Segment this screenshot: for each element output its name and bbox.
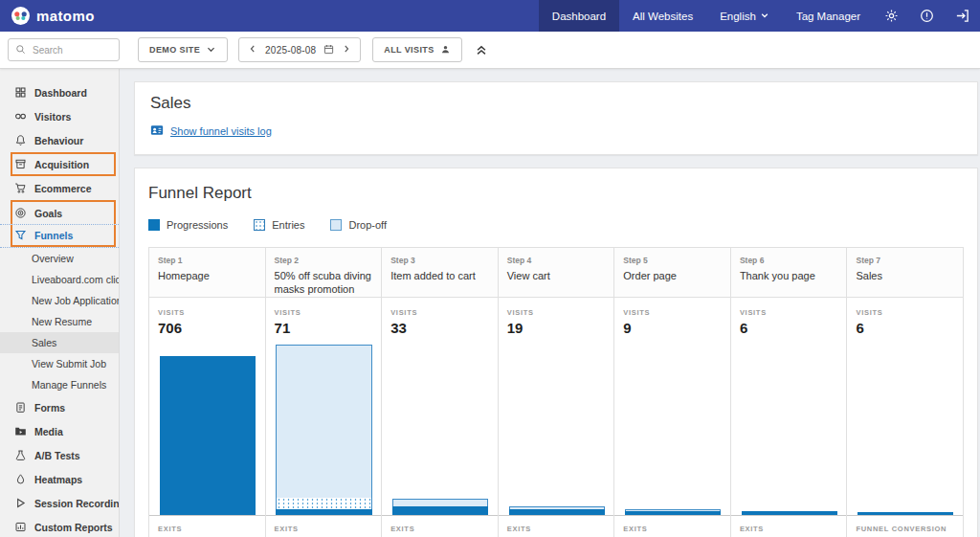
step-visits: VISITS6 (731, 298, 847, 342)
visits-value: 71 (275, 320, 373, 336)
sidebar-item-inner[interactable]: Heatmaps (0, 467, 119, 491)
behaviour-icon (14, 134, 27, 146)
progressions-bar-segment[interactable] (160, 356, 256, 515)
sidebar-item-liveaboard-com-click[interactable]: Liveaboard.com click (0, 269, 119, 290)
topnav-item-tag-manager[interactable]: Tag Manager (783, 0, 874, 32)
progressions-bar-segment[interactable] (858, 512, 953, 515)
sidebar-item-label: New Resume (32, 316, 92, 327)
topnav-item-dashboard[interactable]: Dashboard (539, 0, 619, 32)
search-input[interactable] (31, 44, 107, 56)
page-header-card: Sales Show funnel visits log (134, 81, 978, 155)
sidebar-item-inner[interactable]: Session Recordings (0, 491, 119, 515)
sidebar-item-inner[interactable]: Acquisition (11, 152, 116, 176)
previous-date-icon[interactable] (248, 44, 257, 56)
funnel-bar[interactable] (392, 499, 488, 515)
sidebar-item-inner[interactable]: Manage Funnels (0, 374, 119, 395)
sidebar-item-session-recordings[interactable]: Session Recordings (0, 491, 119, 515)
sidebar-item-label: Forms (34, 402, 65, 414)
funnel-bar-area[interactable] (266, 342, 382, 516)
progressions-bar-segment[interactable] (625, 511, 721, 515)
media-icon (14, 425, 27, 437)
sidebar-item-manage-funnels[interactable]: Manage Funnels (0, 374, 119, 395)
show-funnel-visits-log-link[interactable]: Show funnel visits log (150, 123, 272, 139)
sidebar-item-custom-reports[interactable]: Custom Reports (0, 515, 119, 537)
entries-bar-segment[interactable] (276, 498, 371, 509)
sidebar-item-sales[interactable]: Sales (0, 332, 119, 353)
segment-selector-button[interactable]: ALL VISITS (372, 37, 461, 62)
step-exits: EXITS0(0%) (731, 516, 847, 537)
site-selector-button[interactable]: DEMO SITE (138, 37, 228, 62)
help-icon[interactable] (909, 0, 945, 32)
signout-icon[interactable] (945, 0, 980, 32)
funnel-bar[interactable] (509, 506, 605, 515)
visits-label: VISITS (856, 308, 954, 317)
sidebar-item-media[interactable]: Media (0, 419, 119, 443)
topnav-item-english[interactable]: English (706, 0, 783, 32)
sidebar-item-visitors[interactable]: Visitors (0, 104, 119, 128)
sidebar-item-label: Funnels (34, 230, 73, 241)
sidebar-item-inner[interactable]: New Job Application (0, 290, 119, 311)
sidebar-item-inner[interactable]: Sales (0, 332, 119, 353)
sidebar-item-inner[interactable]: Ecommerce (0, 176, 119, 200)
sidebar-item-inner[interactable]: View Submit Job (0, 353, 119, 374)
funnel-bar[interactable] (742, 511, 837, 515)
sidebar-item-new-job-application[interactable]: New Job Application (0, 290, 119, 311)
sidebar-item-inner[interactable]: Custom Reports (0, 515, 119, 537)
sidebar-item-goals[interactable]: Goals (0, 200, 119, 224)
funnel-bar-area[interactable] (614, 342, 730, 516)
progressions-bar-segment[interactable] (742, 511, 837, 515)
sidebar-item-inner[interactable]: Funnels (11, 225, 116, 247)
sidebar-item-view-submit-job[interactable]: View Submit Job (0, 353, 119, 374)
visits-label: VISITS (275, 308, 373, 317)
sidebar-item-acquisition[interactable]: Acquisition (0, 152, 119, 176)
sidebar-item-heatmaps[interactable]: Heatmaps (0, 467, 119, 491)
funnel-bar[interactable] (276, 345, 371, 515)
search-box[interactable] (8, 38, 120, 61)
topnav-item-all-websites[interactable]: All Websites (619, 0, 706, 32)
sidebar-item-new-resume[interactable]: New Resume (0, 311, 119, 332)
funnel-bar-area[interactable] (731, 342, 847, 516)
sidebar-item-behaviour[interactable]: Behaviour (0, 128, 119, 152)
visits-value: 6 (740, 320, 838, 336)
sidebar-item-inner[interactable]: Liveaboard.com click (0, 269, 119, 290)
sidebar-item-overview[interactable]: Overview (0, 248, 119, 269)
next-date-icon[interactable] (342, 44, 351, 56)
legend-swatch-light (330, 219, 342, 231)
dropoff-bar-segment[interactable] (392, 499, 488, 506)
sidebar-item-inner[interactable]: Visitors (0, 104, 119, 128)
sidebar-item-funnels[interactable]: Funnels (0, 224, 119, 248)
gear-icon[interactable] (874, 0, 909, 32)
funnel-bar-area[interactable] (382, 342, 498, 516)
progressions-bar-segment[interactable] (509, 509, 605, 515)
funnel-bar-area[interactable] (499, 342, 614, 516)
sidebar-item-dashboard[interactable]: Dashboard (0, 80, 119, 104)
funnel-bar[interactable] (625, 509, 721, 515)
step-header: Step 1Homepage (149, 248, 265, 298)
funnel-bar[interactable] (858, 512, 953, 515)
sidebar-item-ecommerce[interactable]: Ecommerce (0, 176, 119, 200)
sidebar-item-inner[interactable]: Behaviour (0, 128, 119, 152)
progressions-bar-segment[interactable] (276, 509, 371, 515)
matomo-brand[interactable]: matomo (0, 0, 106, 32)
brand-name: matomo (36, 8, 95, 24)
sidebar-item-inner[interactable]: Forms (0, 395, 119, 419)
progressions-bar-segment[interactable] (392, 506, 488, 515)
collapse-toolbar-icon[interactable] (475, 43, 488, 56)
sidebar-item-inner[interactable]: Goals (11, 200, 116, 224)
sidebar-item-inner[interactable]: Dashboard (0, 80, 119, 104)
sidebar-item-a-b-tests[interactable]: A/B Tests (0, 443, 119, 467)
step-visits: VISITS6 (847, 298, 963, 342)
dropoff-bar-segment[interactable] (276, 345, 371, 498)
funnel-bar-area[interactable] (149, 342, 265, 516)
sidebar-item-forms[interactable]: Forms (0, 395, 119, 419)
sidebar-item-label: Session Recordings (34, 498, 120, 509)
sidebar-item-inner[interactable]: Media (0, 419, 119, 443)
sidebar-item-inner[interactable]: A/B Tests (0, 443, 119, 467)
step-name: Homepage (158, 269, 256, 282)
sidebar-item-inner[interactable]: Overview (0, 248, 119, 269)
sidebar-item-inner[interactable]: New Resume (0, 311, 119, 332)
date-range-picker[interactable]: 2025-08-08 (238, 37, 361, 62)
funnel-bar-area[interactable] (847, 342, 963, 516)
step-number: Step 3 (390, 256, 489, 265)
funnel-bar[interactable] (160, 356, 256, 515)
